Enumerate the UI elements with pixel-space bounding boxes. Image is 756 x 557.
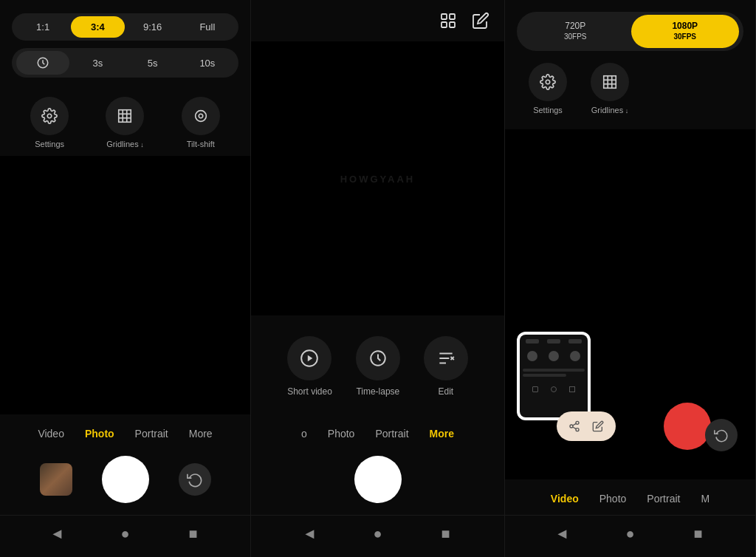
p2-mode-photo[interactable]: Photo — [317, 423, 365, 444]
short-video-icon-circle — [287, 336, 331, 380]
p3-back-button[interactable]: ◄ — [551, 522, 574, 545]
mode-photo[interactable]: Photo — [75, 423, 125, 444]
recents-button[interactable]: ■ — [182, 522, 205, 545]
p2-back-button[interactable]: ◄ — [298, 522, 322, 545]
panel-more-menu: HOWGYAAH Short video — [251, 0, 505, 557]
p3-gridlines-item[interactable]: Gridlines — [591, 63, 629, 115]
mode-portrait[interactable]: Portrait — [125, 423, 179, 444]
panel-video-mode: 720P 30FPS 1080P 30FPS Settings — [505, 0, 756, 557]
timelapse-mode[interactable]: Time-lapse — [356, 336, 400, 397]
panel2-shutter-row — [251, 450, 504, 515]
home-button[interactable]: ● — [114, 522, 137, 545]
p3-mode-photo[interactable]: Photo — [589, 488, 637, 509]
gallery-thumbnail[interactable] — [40, 463, 72, 496]
gridlines-icon-circle — [106, 97, 144, 135]
video-record-container — [634, 403, 711, 457]
edit-label: Edit — [439, 386, 454, 397]
panel2-top-bar — [251, 0, 504, 41]
preview-screen — [520, 335, 588, 417]
p3-mode-m[interactable]: M — [690, 488, 720, 509]
p3-mode-video[interactable]: Video — [540, 488, 589, 509]
panel-photo-settings: 1:1 3:4 9:16 Full 3s 5s 10s — [0, 0, 251, 557]
grid-view-icon[interactable] — [439, 12, 457, 30]
shutter-controls — [0, 450, 250, 515]
svg-line-31 — [573, 423, 577, 426]
back-button[interactable]: ◄ — [46, 522, 69, 545]
panel3-top-controls: 720P 30FPS 1080P 30FPS Settings — [505, 0, 755, 129]
ratio-3x4[interactable]: 3:4 — [71, 16, 124, 38]
res-1080p[interactable]: 1080P 30FPS — [631, 15, 740, 48]
svg-point-8 — [199, 114, 203, 118]
svg-rect-12 — [450, 22, 455, 27]
svg-point-27 — [576, 421, 579, 424]
short-video-mode[interactable]: Short video — [287, 336, 332, 397]
timer-10s[interactable]: 10s — [181, 52, 234, 74]
p3-recents-button[interactable]: ■ — [687, 522, 710, 545]
extended-modes-area: Short video Time-lapse — [251, 315, 504, 414]
p2-mode-more[interactable]: More — [419, 423, 464, 444]
tiltshift-label: Tilt-shift — [187, 140, 215, 148]
timer-selector: 3s 5s 10s — [12, 48, 238, 78]
timer-clock[interactable] — [16, 51, 69, 75]
p3-flip-camera-button[interactable] — [705, 419, 738, 451]
mode-more[interactable]: More — [179, 423, 223, 444]
gridlines-item[interactable]: Gridlines — [106, 97, 144, 148]
timer-5s[interactable]: 5s — [126, 52, 179, 74]
panel2-bottom-nav: o Photo Portrait More ◄ ● ■ — [251, 414, 504, 557]
edit-video-button[interactable] — [588, 416, 608, 437]
video-thumbnail-preview[interactable] — [517, 332, 591, 420]
p3-mode-portrait[interactable]: Portrait — [636, 488, 690, 509]
p3-home-button[interactable]: ● — [619, 522, 642, 545]
tiltshift-item[interactable]: Tilt-shift — [182, 97, 220, 148]
res-720p[interactable]: 720P 30FPS — [521, 15, 630, 48]
timelapse-icon-circle — [356, 336, 400, 380]
shutter-button[interactable] — [102, 456, 149, 503]
panel2-system-nav: ◄ ● ■ — [251, 515, 504, 557]
ratio-9x16[interactable]: 9:16 — [126, 16, 179, 38]
svg-point-7 — [195, 111, 206, 122]
p2-mode-o[interactable]: o — [291, 423, 317, 444]
svg-point-29 — [576, 428, 579, 431]
p3-settings-item[interactable]: Settings — [529, 63, 567, 115]
edit-icon-circle — [424, 336, 468, 380]
svg-rect-11 — [441, 22, 447, 27]
svg-rect-22 — [604, 76, 616, 89]
panel2-mode-selector: o Photo Portrait More — [251, 414, 504, 450]
settings-icon-circle — [30, 97, 69, 135]
settings-label: Settings — [35, 140, 64, 148]
spacer-left — [292, 463, 325, 496]
mode-selector: Video Photo Portrait More — [0, 414, 250, 450]
p3-gridlines-icon-circle — [591, 63, 629, 101]
settings-item[interactable]: Settings — [30, 97, 69, 148]
top-controls: 1:1 3:4 9:16 Full 3s 5s 10s — [0, 0, 250, 97]
timer-3s[interactable]: 3s — [71, 52, 124, 74]
ratio-full[interactable]: Full — [181, 16, 234, 38]
panel3-system-nav: ◄ ● ■ — [505, 515, 755, 557]
panel3-icon-row: Settings Gridlines — [517, 63, 743, 115]
svg-point-1 — [47, 114, 52, 118]
system-nav-bar: ◄ ● ■ — [0, 515, 250, 557]
p3-gridlines-label: Gridlines — [591, 106, 628, 115]
edit-mode[interactable]: Edit — [424, 336, 468, 397]
share-button[interactable] — [564, 416, 585, 437]
edit-icon[interactable] — [472, 12, 489, 30]
p2-home-button[interactable]: ● — [366, 522, 390, 545]
video-record-button[interactable] — [664, 403, 711, 450]
p3-settings-label: Settings — [533, 106, 563, 115]
share-edit-popup — [557, 411, 616, 441]
mode-video[interactable]: Video — [27, 423, 75, 444]
svg-point-28 — [570, 425, 573, 428]
p3-rotate-container — [705, 419, 743, 451]
extended-mode-icons: Short video Time-lapse — [251, 327, 504, 406]
panel3-bottom-nav: Video Photo Portrait M ◄ ● ■ — [505, 479, 755, 557]
ratio-1x1[interactable]: 1:1 — [16, 16, 69, 38]
svg-line-30 — [573, 427, 577, 429]
tiltshift-icon-circle — [182, 97, 220, 135]
spacer-right — [431, 463, 464, 496]
svg-rect-2 — [119, 110, 131, 123]
camera-viewfinder — [0, 156, 250, 414]
flip-camera-button[interactable] — [179, 463, 211, 496]
p2-mode-portrait[interactable]: Portrait — [365, 423, 419, 444]
p2-recents-button[interactable]: ■ — [434, 522, 458, 545]
panel2-shutter-button[interactable] — [354, 456, 402, 503]
